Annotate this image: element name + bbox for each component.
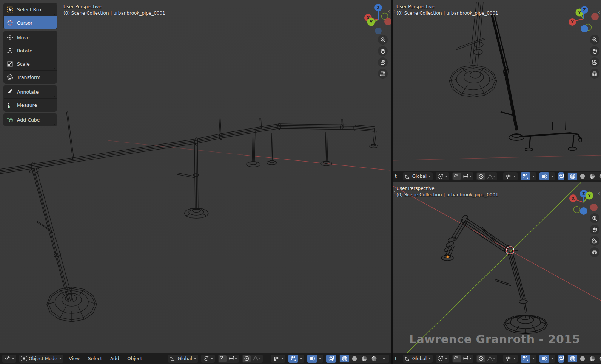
zoom-button[interactable] — [590, 35, 599, 45]
ortho-grid-button[interactable] — [590, 69, 599, 79]
visibility-dropdown[interactable] — [271, 355, 285, 363]
shading-rendered-button[interactable] — [597, 355, 601, 362]
axis-neg-x[interactable] — [384, 18, 391, 25]
chevron-down-icon — [532, 176, 535, 177]
overlays-toggle[interactable] — [539, 355, 549, 363]
proportional-toggle[interactable] — [243, 355, 251, 362]
shading-material-button[interactable] — [359, 355, 369, 362]
tool-cursor[interactable]: Cursor — [4, 16, 57, 29]
orientation-dropdown[interactable]: Global — [403, 355, 433, 363]
overlays-dropdown[interactable] — [317, 355, 323, 363]
overlays-dropdown[interactable] — [549, 355, 555, 363]
shading-solid-button[interactable] — [578, 355, 587, 362]
overlays-dropdown[interactable] — [549, 172, 555, 180]
gizmos-toggle[interactable] — [521, 355, 530, 363]
falloff-dropdown[interactable] — [485, 172, 497, 180]
tool-measure[interactable]: Measure — [4, 99, 57, 111]
shading-rendered-button[interactable] — [369, 355, 379, 362]
visibility-dropdown[interactable] — [503, 355, 518, 363]
camera-view-button[interactable] — [590, 236, 599, 246]
tool-annotate[interactable]: Annotate — [4, 85, 57, 99]
axis-z[interactable]: Z — [374, 4, 382, 11]
xray-toggle[interactable] — [558, 172, 564, 180]
menu-select[interactable]: Select — [85, 356, 105, 361]
editor-type-button[interactable] — [2, 355, 16, 363]
axis-neg-x[interactable] — [590, 204, 598, 211]
snap-toggle[interactable] — [453, 355, 461, 362]
gizmos-dropdown[interactable] — [530, 355, 536, 363]
gizmos-toggle[interactable] — [288, 355, 298, 363]
shading-material-button[interactable] — [587, 355, 597, 362]
pivot-dropdown[interactable] — [436, 172, 449, 180]
snap-target-dropdown[interactable] — [461, 355, 473, 363]
pan-button[interactable] — [378, 46, 388, 56]
snap-toggle[interactable] — [219, 355, 227, 362]
submenu-corner — [54, 67, 55, 69]
snap-magnet-icon — [220, 356, 225, 361]
camera-view-button[interactable] — [590, 57, 599, 67]
gizmos-dropdown[interactable] — [530, 172, 536, 180]
axis-y[interactable]: Y — [586, 192, 593, 200]
shading-dropdown[interactable] — [379, 355, 388, 362]
axis-neg-z[interactable] — [375, 28, 382, 34]
pivot-dropdown[interactable] — [201, 355, 215, 363]
tool-move[interactable]: Move — [4, 31, 57, 44]
axis-y[interactable]: Y — [367, 18, 375, 26]
tool-select-box[interactable]: Select Box — [4, 3, 57, 16]
gizmos-toggle[interactable] — [521, 172, 530, 180]
tool-scale[interactable]: Scale — [4, 57, 57, 71]
pan-button[interactable] — [590, 225, 599, 234]
overlays-toggle-icon — [309, 356, 315, 361]
axis-x[interactable]: X — [569, 194, 577, 202]
visibility-dropdown[interactable] — [503, 172, 518, 180]
shading-solid-button[interactable] — [578, 173, 587, 180]
snap-target-dropdown[interactable] — [227, 355, 239, 363]
pan-button[interactable] — [590, 46, 599, 56]
proportional-toggle[interactable] — [477, 173, 485, 180]
overlays-toggle[interactable] — [539, 172, 549, 180]
xray-toggle[interactable] — [326, 355, 336, 363]
shading-wireframe-button[interactable] — [340, 355, 349, 362]
shading-solid-button[interactable] — [350, 355, 359, 362]
snap-target-dropdown[interactable] — [461, 172, 473, 180]
toolbar-toggle-arrow[interactable]: › — [393, 9, 396, 14]
orientation-dropdown[interactable]: Global — [403, 172, 433, 180]
xray-toggle[interactable] — [558, 355, 564, 363]
menu-view[interactable]: View — [66, 356, 82, 361]
proportional-toggle[interactable] — [477, 355, 485, 362]
orientation-dropdown[interactable]: Global — [168, 355, 198, 363]
tool-transform[interactable]: Transform — [4, 71, 57, 83]
axis-neg-x[interactable] — [591, 13, 599, 20]
menu-add[interactable]: Add — [108, 356, 122, 361]
axis-neg-z[interactable] — [581, 25, 588, 32]
zoom-button[interactable] — [590, 213, 599, 223]
overlays-toggle[interactable] — [307, 355, 317, 363]
pivot-dropdown[interactable] — [436, 355, 449, 363]
shading-rendered-button[interactable] — [597, 173, 601, 180]
sidebar-toggle-arrow[interactable]: ‹ — [598, 191, 600, 196]
tool-add-cube[interactable]: Add Cube — [4, 113, 57, 126]
zoom-button[interactable] — [378, 35, 388, 45]
axis-neg-y[interactable] — [574, 207, 580, 213]
sidebar-toggle-arrow[interactable]: ‹ — [388, 9, 390, 14]
gizmos-dropdown[interactable] — [298, 355, 304, 363]
snap-toggle[interactable] — [453, 173, 461, 180]
sidebar-toggle-arrow[interactable]: ‹ — [598, 10, 600, 15]
nav-gizmo[interactable]: Y Z X — [562, 5, 599, 36]
shading-material-button[interactable] — [587, 173, 597, 180]
axis-x[interactable]: X — [569, 18, 576, 26]
ortho-grid-button[interactable] — [378, 69, 388, 79]
axis-neg-z[interactable] — [580, 207, 587, 215]
menu-object[interactable]: Object — [125, 356, 145, 361]
tool-rotate[interactable]: Rotate — [4, 44, 57, 57]
mode-dropdown[interactable]: Object Mode — [19, 355, 63, 363]
ortho-grid-button[interactable] — [590, 247, 599, 257]
toolbar-toggle-arrow[interactable]: › — [393, 190, 396, 194]
shading-wireframe-button[interactable] — [568, 173, 577, 180]
axis-z[interactable]: Z — [581, 6, 588, 14]
camera-view-button[interactable] — [378, 57, 388, 67]
nav-gizmo[interactable]: Z X Y — [355, 2, 391, 37]
falloff-dropdown[interactable] — [485, 355, 497, 363]
shading-wireframe-button[interactable] — [568, 355, 577, 362]
falloff-dropdown[interactable] — [251, 355, 263, 363]
